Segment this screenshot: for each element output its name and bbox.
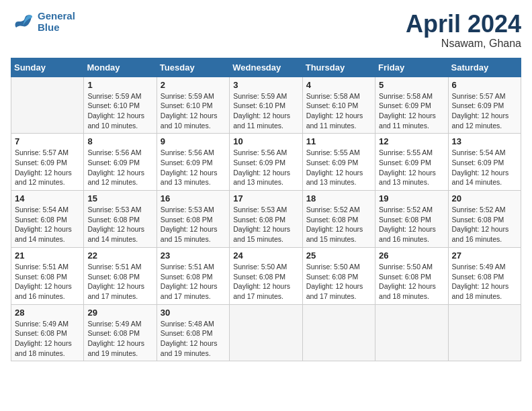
day-info: Sunrise: 5:51 AMSunset: 6:08 PMDaylight:… xyxy=(15,262,80,302)
calendar-cell xyxy=(302,304,375,361)
day-info: Sunrise: 5:51 AMSunset: 6:08 PMDaylight:… xyxy=(161,262,226,302)
week-row-2: 7Sunrise: 5:57 AMSunset: 6:09 PMDaylight… xyxy=(11,134,521,191)
day-info: Sunrise: 5:56 AMSunset: 6:09 PMDaylight:… xyxy=(233,148,298,187)
day-info: Sunrise: 5:52 AMSunset: 6:08 PMDaylight:… xyxy=(306,205,371,244)
day-number: 9 xyxy=(161,136,226,146)
day-number: 3 xyxy=(233,80,298,90)
calendar-header-row: SundayMondayTuesdayWednesdayThursdayFrid… xyxy=(11,58,521,77)
day-info: Sunrise: 5:59 AMSunset: 6:10 PMDaylight:… xyxy=(161,91,226,131)
day-info: Sunrise: 5:50 AMSunset: 6:08 PMDaylight:… xyxy=(233,262,298,302)
calendar-cell: 30Sunrise: 5:48 AMSunset: 6:08 PMDayligh… xyxy=(157,304,229,361)
day-number: 26 xyxy=(379,250,444,261)
day-number: 4 xyxy=(306,80,371,90)
calendar-cell: 10Sunrise: 5:56 AMSunset: 6:09 PMDayligh… xyxy=(230,134,302,191)
day-info: Sunrise: 5:56 AMSunset: 6:09 PMDaylight:… xyxy=(161,148,226,187)
day-number: 16 xyxy=(161,193,226,203)
day-info: Sunrise: 5:54 AMSunset: 6:08 PMDaylight:… xyxy=(15,205,80,244)
day-number: 20 xyxy=(452,193,517,203)
day-number: 12 xyxy=(379,136,444,146)
logo-text: General Blue xyxy=(38,11,75,33)
day-info: Sunrise: 5:57 AMSunset: 6:09 PMDaylight:… xyxy=(15,148,80,187)
header-monday: Monday xyxy=(84,58,157,77)
calendar-cell xyxy=(11,77,84,134)
calendar-cell: 20Sunrise: 5:52 AMSunset: 6:08 PMDayligh… xyxy=(448,191,521,248)
day-info: Sunrise: 5:57 AMSunset: 6:09 PMDaylight:… xyxy=(452,91,517,131)
day-info: Sunrise: 5:53 AMSunset: 6:08 PMDaylight:… xyxy=(87,205,152,244)
day-info: Sunrise: 5:56 AMSunset: 6:09 PMDaylight:… xyxy=(87,148,152,187)
calendar-cell: 12Sunrise: 5:55 AMSunset: 6:09 PMDayligh… xyxy=(375,134,448,191)
calendar-table: SundayMondayTuesdayWednesdayThursdayFrid… xyxy=(11,58,521,362)
logo-icon xyxy=(11,11,35,33)
calendar-cell: 1Sunrise: 5:59 AMSunset: 6:10 PMDaylight… xyxy=(84,77,157,134)
day-info: Sunrise: 5:52 AMSunset: 6:08 PMDaylight:… xyxy=(452,205,517,244)
day-number: 27 xyxy=(452,250,517,261)
calendar-cell: 15Sunrise: 5:53 AMSunset: 6:08 PMDayligh… xyxy=(84,191,157,248)
day-number: 30 xyxy=(161,308,226,318)
header-thursday: Thursday xyxy=(302,58,375,77)
day-number: 15 xyxy=(87,193,152,203)
calendar-cell: 7Sunrise: 5:57 AMSunset: 6:09 PMDaylight… xyxy=(11,134,84,191)
day-info: Sunrise: 5:53 AMSunset: 6:08 PMDaylight:… xyxy=(161,205,226,244)
calendar-cell: 27Sunrise: 5:49 AMSunset: 6:08 PMDayligh… xyxy=(448,247,521,304)
calendar-cell: 11Sunrise: 5:55 AMSunset: 6:09 PMDayligh… xyxy=(302,134,375,191)
calendar-cell xyxy=(230,304,302,361)
calendar-cell: 28Sunrise: 5:49 AMSunset: 6:08 PMDayligh… xyxy=(11,304,84,361)
week-row-3: 14Sunrise: 5:54 AMSunset: 6:08 PMDayligh… xyxy=(11,191,521,248)
day-number: 6 xyxy=(452,80,517,90)
day-info: Sunrise: 5:55 AMSunset: 6:09 PMDaylight:… xyxy=(379,148,444,187)
day-info: Sunrise: 5:49 AMSunset: 6:08 PMDaylight:… xyxy=(87,319,152,359)
day-number: 18 xyxy=(306,193,371,203)
day-number: 1 xyxy=(87,80,152,90)
day-info: Sunrise: 5:58 AMSunset: 6:10 PMDaylight:… xyxy=(306,91,371,131)
day-info: Sunrise: 5:59 AMSunset: 6:10 PMDaylight:… xyxy=(233,91,298,131)
calendar-cell: 22Sunrise: 5:51 AMSunset: 6:08 PMDayligh… xyxy=(84,247,157,304)
day-number: 5 xyxy=(379,80,444,90)
day-number: 28 xyxy=(15,308,80,318)
calendar-cell: 3Sunrise: 5:59 AMSunset: 6:10 PMDaylight… xyxy=(230,77,302,134)
day-info: Sunrise: 5:49 AMSunset: 6:08 PMDaylight:… xyxy=(15,319,80,359)
week-row-1: 1Sunrise: 5:59 AMSunset: 6:10 PMDaylight… xyxy=(11,77,521,134)
calendar-cell: 8Sunrise: 5:56 AMSunset: 6:09 PMDaylight… xyxy=(84,134,157,191)
day-number: 24 xyxy=(233,250,298,261)
day-info: Sunrise: 5:53 AMSunset: 6:08 PMDaylight:… xyxy=(233,205,298,244)
calendar-cell: 5Sunrise: 5:58 AMSunset: 6:09 PMDaylight… xyxy=(375,77,448,134)
calendar-cell: 21Sunrise: 5:51 AMSunset: 6:08 PMDayligh… xyxy=(11,247,84,304)
day-number: 11 xyxy=(306,136,371,146)
calendar-cell: 9Sunrise: 5:56 AMSunset: 6:09 PMDaylight… xyxy=(157,134,229,191)
calendar-cell: 29Sunrise: 5:49 AMSunset: 6:08 PMDayligh… xyxy=(84,304,157,361)
calendar-cell: 26Sunrise: 5:50 AMSunset: 6:08 PMDayligh… xyxy=(375,247,448,304)
calendar-cell: 24Sunrise: 5:50 AMSunset: 6:08 PMDayligh… xyxy=(230,247,302,304)
week-row-5: 28Sunrise: 5:49 AMSunset: 6:08 PMDayligh… xyxy=(11,304,521,361)
calendar-cell: 2Sunrise: 5:59 AMSunset: 6:10 PMDaylight… xyxy=(157,77,229,134)
day-number: 17 xyxy=(233,193,298,203)
day-info: Sunrise: 5:49 AMSunset: 6:08 PMDaylight:… xyxy=(452,262,517,302)
day-number: 22 xyxy=(87,250,152,261)
day-number: 19 xyxy=(379,193,444,203)
header-friday: Friday xyxy=(375,58,448,77)
day-number: 21 xyxy=(15,250,80,261)
calendar-cell xyxy=(448,304,521,361)
calendar-cell xyxy=(375,304,448,361)
day-number: 10 xyxy=(233,136,298,146)
day-number: 2 xyxy=(161,80,226,90)
calendar-cell: 23Sunrise: 5:51 AMSunset: 6:08 PMDayligh… xyxy=(157,247,229,304)
location: Nsawam, Ghana xyxy=(406,38,521,50)
title-area: April 2024 Nsawam, Ghana xyxy=(406,11,521,50)
calendar-cell: 19Sunrise: 5:52 AMSunset: 6:08 PMDayligh… xyxy=(375,191,448,248)
day-number: 29 xyxy=(87,308,152,318)
day-info: Sunrise: 5:50 AMSunset: 6:08 PMDaylight:… xyxy=(379,262,444,302)
logo: General Blue xyxy=(11,11,75,33)
calendar-cell: 4Sunrise: 5:58 AMSunset: 6:10 PMDaylight… xyxy=(302,77,375,134)
day-info: Sunrise: 5:54 AMSunset: 6:09 PMDaylight:… xyxy=(452,148,517,187)
header: General Blue April 2024 Nsawam, Ghana xyxy=(11,11,521,50)
day-number: 23 xyxy=(161,250,226,261)
calendar-cell: 18Sunrise: 5:52 AMSunset: 6:08 PMDayligh… xyxy=(302,191,375,248)
calendar-cell: 17Sunrise: 5:53 AMSunset: 6:08 PMDayligh… xyxy=(230,191,302,248)
calendar-cell: 25Sunrise: 5:50 AMSunset: 6:08 PMDayligh… xyxy=(302,247,375,304)
day-number: 7 xyxy=(15,136,80,146)
calendar-cell: 16Sunrise: 5:53 AMSunset: 6:08 PMDayligh… xyxy=(157,191,229,248)
header-wednesday: Wednesday xyxy=(230,58,302,77)
header-saturday: Saturday xyxy=(448,58,521,77)
calendar-cell: 6Sunrise: 5:57 AMSunset: 6:09 PMDaylight… xyxy=(448,77,521,134)
day-number: 13 xyxy=(452,136,517,146)
